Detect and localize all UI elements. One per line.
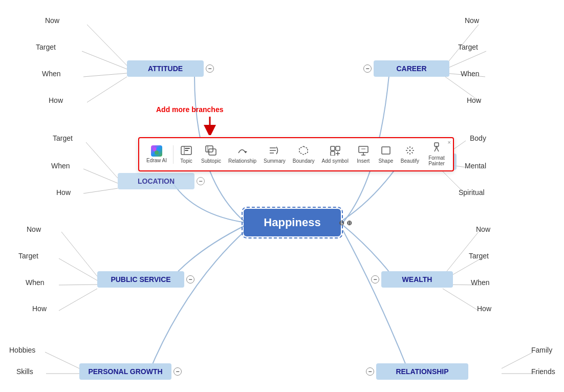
svg-rect-44 [336,146,340,150]
svg-rect-43 [331,146,335,150]
branch-label: WEALTH [402,275,432,284]
insert-icon [358,145,369,157]
toolbar-format-painter[interactable]: Format Painter [424,141,449,167]
leaf-location-target: Target [53,134,73,142]
branch-public-service[interactable]: PUBLIC SERVICE − [97,271,184,288]
svg-line-58 [407,147,408,148]
svg-line-12 [83,169,118,183]
svg-point-31 [155,150,159,155]
toolbar-insert[interactable]: Insert [354,144,373,165]
add-branches-label: Add more branches [156,105,223,114]
branch-location[interactable]: LOCATION − [118,173,194,189]
summary-icon [269,145,280,157]
svg-line-3 [87,77,127,102]
svg-line-0 [87,25,127,66]
leaf-rel-friends: Friends [531,367,555,376]
location-minus-btn[interactable]: − [197,177,205,185]
svg-line-5 [445,51,486,69]
relationship-icon [236,145,248,157]
svg-rect-35 [185,150,188,151]
svg-rect-34 [185,148,190,149]
beautify-label: Beautify [401,158,419,164]
svg-line-24 [502,352,533,368]
branch-label: ATTITUDE [148,64,183,73]
svg-rect-48 [359,146,368,153]
toolbar-popup: × Edraw AI Topic [138,137,454,171]
subtopic-label: Subtopic [201,158,221,164]
summary-label: Summary [264,158,286,164]
topic-icon [181,145,192,157]
format-painter-icon [431,142,442,154]
leaf-wealth-when: When [471,278,490,287]
toolbar-shape[interactable]: Shape [376,144,396,165]
leaf-location-when: When [51,162,70,170]
toolbar-boundary[interactable]: Boundary [291,144,317,165]
career-minus-btn[interactable]: − [363,64,372,73]
edraw-ai-label: Edraw AI [146,158,167,163]
leaf-career-target: Target [458,43,478,51]
svg-point-53 [409,149,410,151]
leaf-attitude-now: Now [45,16,59,25]
boundary-label: Boundary [293,158,315,164]
svg-rect-52 [382,147,390,154]
branch-label: RELATIONSHIP [396,367,448,376]
toolbar-add-symbol[interactable]: Add symbol [320,144,351,165]
relationship-minus-btn[interactable]: − [366,367,374,376]
branch-attitude[interactable]: ATTITUDE − [127,60,204,77]
personal-growth-minus-btn[interactable]: − [173,367,182,376]
branch-label: CAREER [396,64,426,73]
leaf-attitude-when: When [42,70,61,78]
svg-line-1 [82,51,127,69]
svg-line-17 [59,289,97,311]
leaf-ps-when: When [26,278,45,287]
leaf-career-how: How [467,96,481,104]
toolbar-close-btn[interactable]: × [448,139,451,145]
svg-line-22 [45,352,79,368]
central-node-label: Happiness [264,216,320,229]
subtopic-icon [205,145,216,157]
branch-label: PUBLIC SERVICE [111,275,170,284]
svg-line-59 [411,152,413,153]
svg-line-16 [59,285,97,285]
public-service-minus-btn[interactable]: − [186,275,194,284]
leaf-health-mental: Mental [465,162,486,170]
leaf-wealth-how: How [477,304,491,313]
leaf-ps-how: How [32,304,47,313]
topic-label: Topic [180,158,192,164]
toolbar-relationship[interactable]: Relationship [226,144,258,165]
svg-line-15 [59,258,97,280]
toolbar-topic[interactable]: Topic [177,144,196,165]
relationship-label: Relationship [228,158,256,164]
branch-wealth[interactable]: WEALTH − [381,271,453,288]
branch-relationship[interactable]: RELATIONSHIP − [376,363,468,380]
leaf-attitude-target: Target [36,43,56,51]
toolbar-beautify[interactable]: Beautify [399,144,421,165]
central-node-minus[interactable]: ⊖ ⊕ [339,219,352,227]
leaf-location-how: How [56,188,71,197]
svg-line-14 [61,232,97,276]
branch-label: PERSONAL GROWTH [88,367,162,376]
attitude-minus-btn[interactable]: − [206,64,214,73]
toolbar-subtopic[interactable]: Subtopic [199,144,223,165]
svg-rect-45 [331,151,335,156]
svg-line-13 [83,188,118,193]
svg-rect-62 [435,143,439,146]
toolbar-divider-1 [173,145,173,164]
toolbar-edraw-ai[interactable]: Edraw AI [143,144,170,164]
central-node[interactable]: Happiness ⊖ ⊕ [244,209,341,236]
leaf-ps-now: Now [27,225,41,233]
wealth-minus-btn[interactable]: − [371,275,379,284]
svg-line-11 [86,142,118,178]
leaf-pg-skills: Skills [16,367,33,376]
shape-icon [380,145,392,157]
leaf-career-when: When [461,70,480,78]
leaf-ps-target: Target [18,252,38,260]
shape-label: Shape [378,158,393,164]
beautify-icon [404,145,416,157]
leaf-rel-family: Family [531,346,552,354]
leaf-attitude-how: How [49,96,63,104]
branch-career[interactable]: CAREER − [374,60,449,77]
branch-personal-growth[interactable]: PERSONAL GROWTH − [79,363,171,380]
add-symbol-label: Add symbol [322,158,349,164]
toolbar-summary[interactable]: Summary [262,144,288,165]
